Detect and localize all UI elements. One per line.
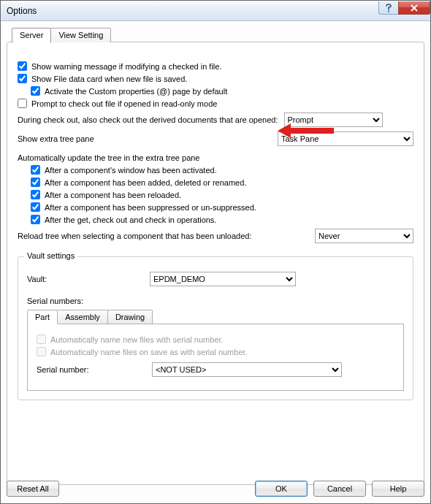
check-auto-added-deleted[interactable]: After a component has been added, delete… (31, 177, 413, 187)
vault-label: Vault: (27, 275, 144, 283)
help-icon (385, 4, 392, 12)
help-footer-button[interactable]: Help (372, 481, 424, 497)
check-serial-auto-save[interactable]: Automatically name files on save as with… (37, 347, 394, 356)
check-show-data-card[interactable]: Show File data card when new file is sav… (18, 74, 413, 83)
check-auto-win-activated-box[interactable] (31, 165, 40, 175)
main-tabstrip: Server View Setting (12, 28, 110, 42)
derived-select[interactable]: Prompt (284, 112, 383, 127)
tab-view-setting[interactable]: View Setting (50, 28, 111, 42)
reload-select[interactable]: Never (315, 229, 413, 243)
tab-part[interactable]: Part (27, 310, 58, 324)
tree-pane-select[interactable]: Task Pane (278, 131, 413, 146)
tab-assembly[interactable]: Assembly (57, 310, 108, 324)
check-auto-get-checkout[interactable]: After the get, check out and check in op… (31, 215, 413, 224)
check-activate-custom[interactable]: Activate the Custom properties (@) page … (31, 86, 413, 96)
check-auto-win-activated[interactable]: After a component's window has been acti… (31, 165, 413, 175)
check-auto-suppressed[interactable]: After a component has been suppressed or… (31, 202, 413, 212)
main-tabset: Server View Setting Show warning message… (7, 42, 424, 485)
auto-update-title: Automatically update the tree in the ext… (18, 153, 413, 162)
serial-tabstrip: Part Assembly Drawing (27, 310, 404, 324)
check-serial-auto-new[interactable]: Automatically name new files with serial… (37, 335, 394, 344)
vault-settings-group: Vault settings Vault: EPDM_DEMO Serial n… (18, 256, 413, 400)
tab-server-body: Show warning message if modifying a chec… (7, 42, 424, 484)
vault-select[interactable]: EPDM_DEMO (150, 272, 296, 286)
reload-label: Reload tree when selecting a component t… (18, 232, 251, 240)
check-prompt-checkout[interactable]: Prompt to check out file if opened in re… (18, 99, 413, 108)
vault-settings-legend: Vault settings (24, 251, 77, 260)
reset-all-button[interactable]: Reset All (7, 481, 59, 497)
ok-button[interactable]: OK (255, 481, 308, 497)
serial-number-select[interactable]: <NOT USED> (152, 362, 342, 377)
check-auto-reloaded-box[interactable] (31, 190, 40, 199)
window-controls (379, 1, 430, 20)
derived-label: During check out, also check out the der… (18, 115, 278, 124)
check-auto-get-checkout-box[interactable] (31, 215, 40, 224)
serial-panel: Automatically name new files with serial… (27, 324, 404, 391)
window-title: Options (7, 6, 379, 16)
client-area: Server View Setting Show warning message… (1, 21, 430, 503)
check-warn-modify[interactable]: Show warning message if modifying a chec… (18, 61, 413, 71)
options-dialog: Options Server View Setting (0, 0, 431, 504)
check-serial-auto-save-box (37, 347, 46, 356)
check-serial-auto-new-box (37, 335, 46, 344)
tree-pane-label: Show extra tree pane (18, 134, 164, 143)
check-show-data-card-box[interactable] (18, 74, 27, 83)
close-icon (410, 4, 419, 12)
serial-number-label: Serial number: (37, 365, 146, 374)
check-auto-reloaded[interactable]: After a component has been reloaded. (31, 190, 413, 199)
check-auto-suppressed-box[interactable] (31, 202, 40, 212)
tab-server[interactable]: Server (12, 28, 51, 43)
check-prompt-checkout-box[interactable] (18, 99, 27, 108)
titlebar: Options (1, 1, 430, 21)
check-warn-modify-box[interactable] (18, 61, 27, 71)
help-button[interactable] (378, 1, 399, 15)
button-bar: Reset All OK Cancel Help (7, 481, 424, 497)
cancel-button[interactable]: Cancel (313, 481, 366, 497)
check-auto-added-deleted-box[interactable] (31, 177, 40, 187)
close-button[interactable] (398, 1, 430, 15)
serial-numbers-title: Serial numbers: (27, 297, 404, 305)
check-activate-custom-box[interactable] (31, 86, 40, 96)
tab-drawing[interactable]: Drawing (107, 310, 153, 324)
